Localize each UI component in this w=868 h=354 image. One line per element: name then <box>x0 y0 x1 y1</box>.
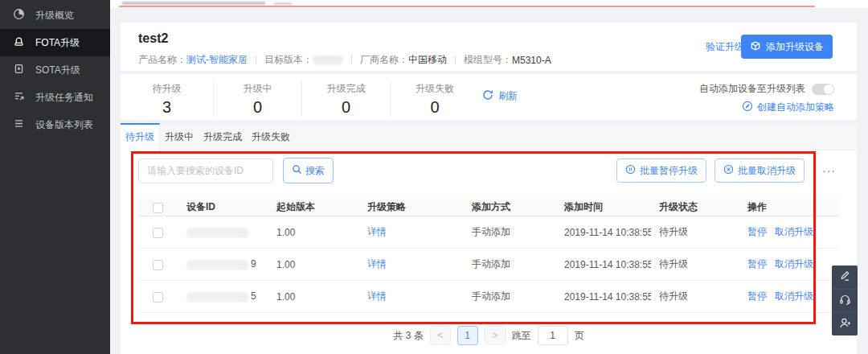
upgrade-status: 待升级 <box>659 290 688 302</box>
fota-upgrade-page: 升级概览 FOTA升级 SOTA升级 升级任务 <box>0 0 868 354</box>
refresh-label: 刷新 <box>498 89 518 103</box>
cancel-upgrade-action-link[interactable]: 取消升级 <box>775 258 813 270</box>
masked-device-id <box>186 292 249 303</box>
create-auto-add-policy-label: 创建自动添加策略 <box>757 101 834 114</box>
strategy-detail-link[interactable]: 详情 <box>367 258 387 270</box>
tab-failed[interactable]: 升级失败 <box>247 123 295 150</box>
strategy-detail-link[interactable]: 详情 <box>367 226 387 237</box>
pause-action-link[interactable]: 暂停 <box>747 226 767 237</box>
col-strategy: 升级策略 <box>359 200 464 214</box>
jump-page-input[interactable] <box>538 326 568 345</box>
vendor-name-label: 厂商名称： <box>360 53 408 67</box>
page-number-button[interactable]: 1 <box>457 326 478 345</box>
sidebar: 升级概览 FOTA升级 SOTA升级 升级任务 <box>0 0 110 354</box>
stat-value: 3 <box>121 98 213 117</box>
jump-to-label: 跳至 <box>512 329 531 343</box>
meta-divider <box>351 56 352 64</box>
meta-divider <box>455 56 456 64</box>
stats-columns: 待升级 3 升级中 0 升级完成 0 升级失败 0 <box>121 80 479 117</box>
batch-cancel-upgrade-button[interactable]: 批量取消升级 <box>714 158 805 183</box>
add-upgrade-device-label: 添加升级设备 <box>766 40 824 54</box>
sidebar-item-task-notification[interactable]: 升级任务通知 <box>0 84 110 111</box>
sidebar-item-label: FOTA升级 <box>35 36 80 50</box>
col-add-mode: 添加方式 <box>464 200 556 214</box>
create-auto-add-policy-link[interactable]: 创建自动添加策略 <box>742 101 834 114</box>
device-table: 设备ID 起始版本 升级策略 添加方式 添加时间 升级状态 操作 1.00 详情… <box>138 199 839 313</box>
col-start-version: 起始版本 <box>268 200 359 214</box>
verify-upgrade-button[interactable]: 验证升级 <box>706 40 744 54</box>
tab-completed[interactable]: 升级完成 <box>199 123 247 150</box>
device-id-search-input[interactable] <box>138 158 273 183</box>
target-version-label: 目标版本： <box>264 53 313 67</box>
refresh-button[interactable]: 刷新 <box>482 89 518 103</box>
sidebar-item-label: 升级概览 <box>35 9 74 23</box>
pagination: 共 3 条 < 1 > 跳至 页 <box>121 326 857 345</box>
device-id-suffix: 9 <box>251 258 256 270</box>
pause-circle-icon <box>625 164 636 177</box>
add-upgrade-device-button[interactable]: 添加升级设备 <box>741 35 833 59</box>
sidebar-item-upgrade-overview[interactable]: 升级概览 <box>0 2 110 29</box>
start-version: 1.00 <box>276 227 295 238</box>
edit-circle-icon <box>742 101 753 114</box>
auto-add-toggle[interactable] <box>812 84 834 95</box>
start-version: 1.00 <box>276 259 295 270</box>
status-tabs: 待升级 升级中 升级完成 升级失败 <box>121 123 857 150</box>
floating-tools-panel <box>832 266 858 335</box>
stat-completed: 升级完成 0 <box>302 80 391 117</box>
upgrade-status: 待升级 <box>659 226 688 237</box>
sidebar-item-label: SOTA升级 <box>35 64 80 77</box>
clipped-page-header <box>110 0 868 8</box>
select-all-checkbox[interactable] <box>153 203 163 213</box>
auto-add-label: 自动添加设备至升级列表 <box>699 82 805 96</box>
cancel-circle-icon <box>723 164 734 177</box>
pie-chart-icon <box>13 8 25 23</box>
sidebar-item-device-version-list[interactable]: 设备版本列表 <box>0 111 110 138</box>
sidebar-item-fota-upgrade[interactable]: FOTA升级 <box>0 29 110 56</box>
cancel-upgrade-action-link[interactable]: 取消升级 <box>775 290 813 302</box>
task-notify-icon <box>13 90 25 105</box>
strategy-detail-link[interactable]: 详情 <box>367 290 387 302</box>
product-name-link[interactable]: 测试-智能家居 <box>186 53 248 67</box>
row-checkbox[interactable] <box>153 228 163 238</box>
more-actions-button[interactable]: ··· <box>822 164 836 177</box>
table-row: 9 1.00 详情 手动添加 2019-11-14 10:38:55 待升级 暂… <box>138 249 839 281</box>
pause-action-link[interactable]: 暂停 <box>747 258 767 270</box>
module-model-value: M5310-A <box>512 55 551 66</box>
cancel-upgrade-action-link[interactable]: 取消升级 <box>775 226 813 237</box>
user-add-icon <box>839 317 851 332</box>
pagination-total: 共 3 条 <box>393 329 423 343</box>
row-checkbox[interactable] <box>153 260 163 270</box>
search-button-label: 搜索 <box>305 164 325 178</box>
add-user-button[interactable] <box>832 312 858 335</box>
batch-pause-upgrade-button[interactable]: 批量暂停升级 <box>616 158 706 183</box>
tab-upgrading[interactable]: 升级中 <box>160 123 199 150</box>
add-time: 2019-11-14 10:38:55 <box>564 227 651 238</box>
main-content: test2 产品名称：测试-智能家居 目标版本： 厂商名称：中国移动 模组型号：… <box>110 0 868 354</box>
col-device-id: 设备ID <box>178 200 268 214</box>
search-button[interactable]: 搜索 <box>283 158 334 183</box>
add-mode: 手动添加 <box>472 226 510 237</box>
support-button[interactable] <box>832 289 858 312</box>
task-header-card: test2 产品名称：测试-智能家居 目标版本： 厂商名称：中国移动 模组型号：… <box>121 23 857 71</box>
batch-actions: 批量暂停升级 批量取消升级 ··· <box>616 158 836 183</box>
sidebar-item-sota-upgrade[interactable]: SOTA升级 <box>0 56 110 84</box>
pause-action-link[interactable]: 暂停 <box>747 290 767 302</box>
toggle-knob <box>824 84 833 94</box>
batch-pause-label: 批量暂停升级 <box>640 164 698 178</box>
tab-pending[interactable]: 待升级 <box>121 123 160 150</box>
stat-upgrading: 升级中 0 <box>214 80 302 117</box>
row-checkbox[interactable] <box>153 292 163 303</box>
batch-cancel-label: 批量取消升级 <box>738 164 796 178</box>
next-page-button[interactable]: > <box>485 326 506 345</box>
feedback-button[interactable] <box>832 266 858 289</box>
device-list-card: 待升级 升级中 升级完成 升级失败 搜索 <box>121 123 857 354</box>
package-icon <box>750 40 761 54</box>
sota-device-icon <box>13 63 25 77</box>
task-meta: 产品名称：测试-智能家居 目标版本： 厂商名称：中国移动 模组型号：M5310-… <box>138 53 551 67</box>
masked-device-id <box>186 228 249 238</box>
stat-label: 升级中 <box>214 82 301 96</box>
col-add-time: 添加时间 <box>556 200 651 214</box>
stat-value: 0 <box>214 98 301 117</box>
prev-page-button[interactable]: < <box>430 326 451 345</box>
device-id-suffix: 5 <box>251 290 256 302</box>
